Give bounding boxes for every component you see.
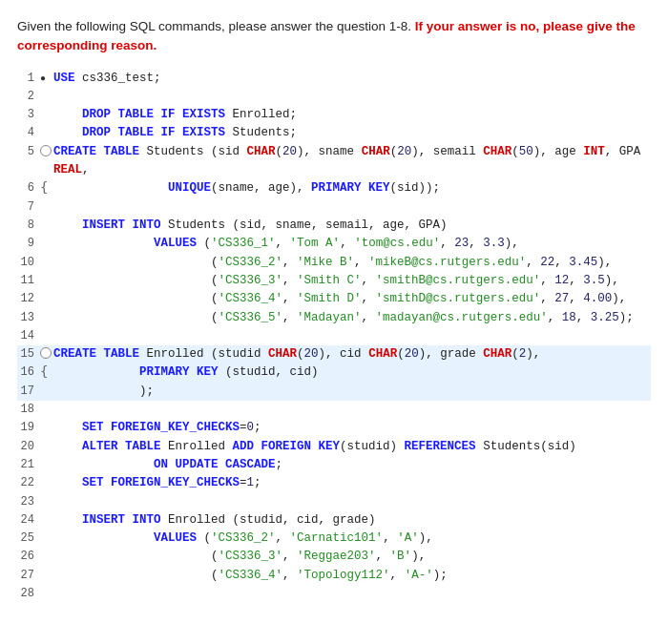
line-number: 15 <box>17 345 40 364</box>
code-line-25: 25 VALUES ('CS336_2', 'Carnatic101', 'A'… <box>17 530 651 548</box>
line-number: 3 <box>17 106 40 124</box>
line-number: 14 <box>17 327 40 345</box>
code-line-2: 2 <box>17 88 651 106</box>
line-number: 11 <box>17 272 40 290</box>
intro-text: Given the following SQL commands, please… <box>17 17 651 56</box>
code-line-1: 1●USE cs336_test; <box>17 70 651 88</box>
line-bullet <box>40 345 53 363</box>
line-bullet <box>40 511 53 512</box>
line-bullet <box>40 309 53 310</box>
line-bullet <box>40 401 53 402</box>
line-bullet <box>40 383 53 384</box>
line-bullet <box>40 530 53 530</box>
line-content: INSERT INTO Students (sid, sname, semail… <box>53 217 651 235</box>
line-bullet <box>40 419 53 420</box>
line-number: 28 <box>17 585 40 603</box>
intro-highlight: If your answer is no, please give the co… <box>17 19 636 52</box>
line-bullet: { <box>40 364 53 382</box>
line-bullet <box>40 438 53 439</box>
line-number: 17 <box>17 383 40 401</box>
line-number: 1 <box>17 70 40 88</box>
line-number: 20 <box>17 438 40 456</box>
line-content: SET FOREIGN_KEY_CHECKS=1; <box>53 474 651 492</box>
code-line-16: 16{ PRIMARY KEY (studid, cid) <box>17 364 651 382</box>
line-number: 13 <box>17 309 40 327</box>
line-number: 27 <box>17 567 40 585</box>
line-content: ); <box>53 383 651 401</box>
code-line-12: 12 ('CS336_4', 'Smith D', 'smithD@cs.rut… <box>17 290 651 308</box>
line-bullet <box>40 567 53 568</box>
code-line-5: 5CREATE TABLE Students (sid CHAR(20), sn… <box>17 143 651 180</box>
code-line-17: 17 ); <box>17 383 651 401</box>
line-number: 24 <box>17 511 40 530</box>
line-number: 22 <box>17 474 40 492</box>
line-number: 4 <box>17 124 40 142</box>
line-bullet <box>40 88 53 89</box>
code-line-24: 24 INSERT INTO Enrolled (studid, cid, gr… <box>17 511 651 530</box>
code-line-14: 14 <box>17 327 651 345</box>
line-bullet <box>40 143 53 160</box>
line-content: USE cs336_test; <box>53 70 651 88</box>
line-number: 5 <box>17 143 40 161</box>
line-content: ('CS336_5', 'Madayan', 'madayan@cs.rutge… <box>53 309 651 327</box>
line-content: VALUES ('CS336_1', 'Tom A', 'tom@cs.edu'… <box>53 235 651 253</box>
code-line-18: 18 <box>17 401 651 419</box>
code-line-6: 6{ UNIQUE(sname, age), PRIMARY KEY(sid))… <box>17 179 651 197</box>
line-number: 6 <box>17 179 40 197</box>
line-bullet <box>40 456 53 457</box>
code-line-7: 7 <box>17 198 651 217</box>
line-content: CREATE TABLE Students (sid CHAR(20), sna… <box>53 143 651 180</box>
line-content: ('CS336_3', 'Smith C', 'smithB@cs.rutger… <box>53 272 651 290</box>
line-bullet <box>40 235 53 236</box>
line-bullet <box>40 493 53 494</box>
line-content: ('CS336_2', 'Mike B', 'mikeB@cs.rutgers.… <box>53 254 651 272</box>
code-line-3: 3 DROP TABLE IF EXISTS Enrolled; <box>17 106 651 124</box>
line-content: ('CS336_4', 'Smith D', 'smithD@cs.rutger… <box>53 290 651 308</box>
line-bullet <box>40 254 53 255</box>
code-line-15: 15CREATE TABLE Enrolled (studid CHAR(20)… <box>17 345 651 364</box>
line-content: PRIMARY KEY (studid, cid) <box>53 364 651 382</box>
line-bullet <box>40 290 53 291</box>
code-line-22: 22 SET FOREIGN_KEY_CHECKS=1; <box>17 474 651 492</box>
line-bullet: { <box>40 179 53 197</box>
line-content: DROP TABLE IF EXISTS Students; <box>53 124 651 142</box>
line-number: 19 <box>17 419 40 437</box>
line-content: DROP TABLE IF EXISTS Enrolled; <box>53 106 651 124</box>
line-content: ('CS336_4', 'Topology112', 'A-'); <box>53 567 651 585</box>
code-line-10: 10 ('CS336_2', 'Mike B', 'mikeB@cs.rutge… <box>17 254 651 272</box>
line-content: ON UPDATE CASCADE; <box>53 456 651 474</box>
line-content: SET FOREIGN_KEY_CHECKS=0; <box>53 419 651 437</box>
code-line-9: 9 VALUES ('CS336_1', 'Tom A', 'tom@cs.ed… <box>17 235 651 253</box>
line-number: 7 <box>17 198 40 217</box>
code-line-8: 8 INSERT INTO Students (sid, sname, sema… <box>17 217 651 235</box>
code-line-20: 20 ALTER TABLE Enrolled ADD FOREIGN KEY(… <box>17 438 651 456</box>
line-content: CREATE TABLE Enrolled (studid CHAR(20), … <box>53 345 651 364</box>
line-number: 21 <box>17 456 40 474</box>
line-bullet: ● <box>40 70 53 87</box>
line-number: 16 <box>17 364 40 382</box>
code-line-13: 13 ('CS336_5', 'Madayan', 'madayan@cs.ru… <box>17 309 651 327</box>
line-content: UNIQUE(sname, age), PRIMARY KEY(sid)); <box>53 179 651 197</box>
line-bullet <box>40 474 53 475</box>
line-number: 25 <box>17 530 40 548</box>
line-number: 2 <box>17 88 40 106</box>
line-bullet <box>40 272 53 273</box>
line-number: 10 <box>17 254 40 272</box>
line-bullet <box>40 106 53 107</box>
line-bullet <box>40 124 53 125</box>
line-content: VALUES ('CS336_2', 'Carnatic101', 'A'), <box>53 530 651 548</box>
line-number: 18 <box>17 401 40 419</box>
code-line-19: 19 SET FOREIGN_KEY_CHECKS=0; <box>17 419 651 437</box>
line-number: 26 <box>17 548 40 566</box>
line-number: 9 <box>17 235 40 253</box>
line-number: 8 <box>17 217 40 235</box>
code-line-11: 11 ('CS336_3', 'Smith C', 'smithB@cs.rut… <box>17 272 651 290</box>
line-content: INSERT INTO Enrolled (studid, cid, grade… <box>53 511 651 530</box>
code-block: 1●USE cs336_test;2 3 DROP TABLE IF EXIST… <box>17 70 651 604</box>
line-bullet <box>40 585 53 586</box>
code-line-4: 4 DROP TABLE IF EXISTS Students; <box>17 124 651 142</box>
code-line-23: 23 <box>17 493 651 511</box>
line-number: 23 <box>17 493 40 511</box>
line-bullet <box>40 217 53 218</box>
code-line-28: 28 <box>17 585 651 603</box>
